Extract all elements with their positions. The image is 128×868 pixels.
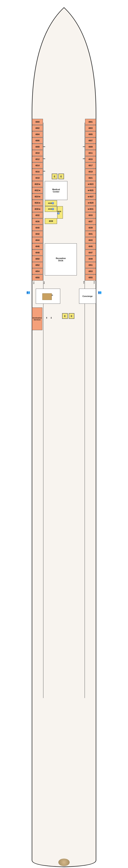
room-4038: 4038: [45, 218, 57, 224]
room-4050: 4050: [32, 256, 43, 262]
door-indicator: [43, 171, 45, 172]
room-4010: 4010: [32, 150, 43, 156]
room-4037: 4037: [85, 218, 96, 224]
room-4005: 4005: [85, 131, 96, 137]
room-4048: 4048: [32, 250, 43, 256]
reception-furniture: [42, 293, 52, 300]
room-4043: 4043: [85, 237, 96, 243]
room-4053: 4053: [85, 268, 96, 274]
room-4001: 4001: [85, 119, 96, 125]
room-4014: 4014: [32, 162, 43, 168]
room-4026: 4026★: [32, 200, 43, 206]
room-4028: 4028♿: [45, 200, 57, 206]
room-4011: 4011: [85, 150, 96, 156]
door-indicator: [43, 146, 45, 147]
exit-bottom-right: Ent.: [83, 281, 85, 284]
elevator-right: E: [58, 174, 64, 179]
room-4036: 4036: [32, 218, 43, 224]
room-4007: 4007: [85, 137, 96, 144]
room-4017: 4017: [85, 162, 96, 168]
room-4027: ★4027: [85, 193, 96, 199]
elevator-left: E: [52, 174, 57, 179]
room-4042: 4042: [32, 231, 43, 237]
room-4045: 4045: [85, 243, 96, 249]
room-4022: 4022★: [32, 187, 43, 193]
exit-right: Ent.: [91, 280, 95, 285]
room-4009: 4009: [85, 144, 96, 150]
room-4020: 4020★: [32, 181, 43, 187]
destination-services: Destination Services: [32, 308, 42, 330]
people-icon-right: 👥: [98, 290, 102, 294]
room-4035: 4035♿: [57, 206, 63, 219]
room-4034: 4034♿: [45, 206, 57, 212]
room-4032: 4032: [32, 212, 43, 218]
room-4006: 4006: [32, 137, 43, 144]
room-4016: 4016: [32, 169, 43, 175]
room-4047: 4047: [85, 250, 96, 256]
room-4049: 4049: [85, 256, 96, 262]
room-4054: 4054: [32, 268, 43, 274]
reception-desk: Reception Desk: [45, 243, 77, 275]
medical-center: Medical Center: [45, 181, 68, 200]
room-4046: 4046: [32, 243, 43, 249]
navigation-arrow-right: ⬇: [49, 316, 53, 320]
room-4004: 4004: [32, 131, 43, 137]
room-4000: 4000: [32, 119, 43, 125]
exit-bottom-left: Ent.: [43, 281, 45, 284]
room-4051: 4051: [85, 262, 96, 268]
room-4044: 4044: [32, 237, 43, 243]
room-4025: ★4025: [85, 187, 96, 193]
room-4008: 4008: [32, 144, 43, 150]
room-4041: 4041: [85, 231, 96, 237]
room-4003: 4003: [85, 125, 96, 131]
room-4031: ★4031: [85, 206, 96, 212]
room-4018: 4018: [32, 175, 43, 181]
stern-decoration: [58, 859, 70, 866]
room-4021: 4021: [85, 175, 96, 181]
room-4052: 4052: [32, 262, 43, 268]
elevator-bottom-left: E: [62, 313, 68, 319]
room-4030: 4030★: [32, 206, 43, 212]
room-4012: 4012: [32, 156, 43, 162]
room-4024: 4024★: [32, 193, 43, 199]
ship-container: 4000 4002 4004 4006 4008 4010 4012 4014 …: [0, 0, 128, 868]
room-4019: 4019: [85, 169, 96, 175]
navigation-arrow-left: ⬆: [45, 316, 49, 320]
room-4029: ★4029: [85, 200, 96, 206]
concierge-area: Concierge: [79, 289, 96, 304]
exit-left: Ent.: [33, 280, 37, 285]
people-icon-left: 👥: [26, 290, 30, 294]
room-4040: 4040: [32, 225, 43, 231]
room-4023: ★4023: [85, 181, 96, 187]
room-4039: 4039: [85, 225, 96, 231]
door-indicator: [43, 158, 45, 159]
room-4033: 4033: [85, 212, 96, 218]
door-indicator-right: [83, 146, 85, 147]
elevator-bottom-right: E: [69, 313, 74, 319]
room-4002: 4002: [32, 125, 43, 131]
door-indicator-right-2: [83, 158, 85, 159]
room-4015: 4015: [85, 156, 96, 162]
